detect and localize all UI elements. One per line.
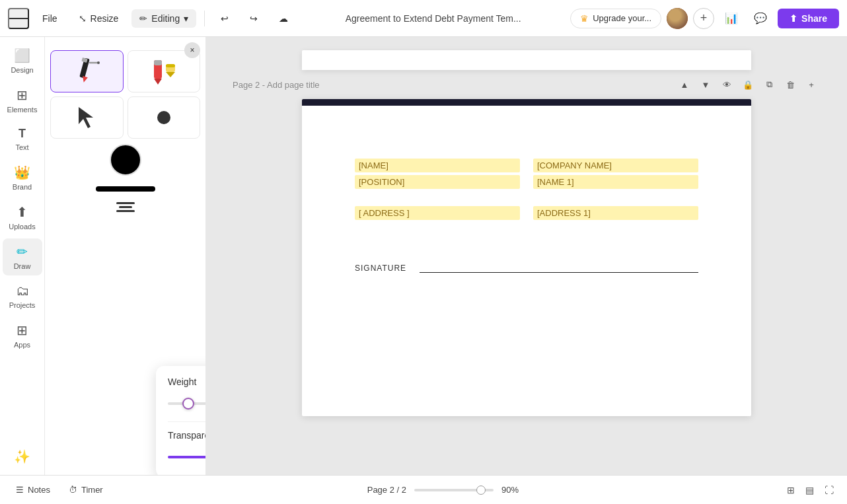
list-view-icon[interactable]: ▤ <box>803 482 817 498</box>
cloud-icon: ☁ <box>279 13 288 24</box>
editing-menu[interactable]: ✏ Editing ▾ <box>131 9 196 28</box>
sidebar-label-design: Design <box>11 66 33 74</box>
avatar[interactable] <box>667 8 688 29</box>
zoom-level: 90% <box>501 485 525 495</box>
pen-icon <box>70 55 103 88</box>
bottom-bar: ☰ Notes ⏱ Timer Page 2 / 2 90% ⊞ ▤ ⛶ <box>0 475 847 504</box>
add-collaborator-button[interactable]: + <box>693 8 714 29</box>
sidebar-item-draw[interactable]: ✏ Draw <box>3 238 42 275</box>
page-label: Page 2 - Add page title <box>233 80 320 90</box>
resize-menu[interactable]: ⤡ Resize <box>71 9 127 28</box>
sidebar-item-uploads[interactable]: ⬆ Uploads <box>3 199 42 236</box>
page-lock-icon[interactable]: 🔒 <box>739 75 757 94</box>
address-position-field[interactable]: [POSITION] <box>355 175 520 189</box>
svg-point-12 <box>157 111 170 124</box>
design-icon: ⬜ <box>14 48 30 63</box>
previous-page <box>302 50 751 70</box>
stats-icon[interactable]: 📊 <box>719 9 743 27</box>
address-company-field[interactable]: [COMPANY NAME] <box>533 159 698 172</box>
page-down-icon[interactable]: ▼ <box>696 75 715 94</box>
color-selector[interactable] <box>110 144 141 176</box>
cursor-tool[interactable] <box>50 96 124 139</box>
fullscreen-icon[interactable]: ⛶ <box>822 482 836 498</box>
elements-icon: ⊞ <box>17 87 28 103</box>
sidebar-label-apps: Apps <box>14 341 30 349</box>
upgrade-button[interactable]: ♛ Upgrade your... <box>570 9 661 28</box>
sidebar-item-magic[interactable]: ✨ <box>3 443 42 470</box>
resize-label: Resize <box>91 13 119 24</box>
document-page: [NAME] [POSITION] [ ADDRESS ] [COMPANY N… <box>302 99 751 416</box>
sidebar-label-draw: Draw <box>14 262 31 270</box>
toolbar: File ⤡ Resize ✏ Editing ▾ ↩ ↪ ☁ Agreemen… <box>0 0 847 37</box>
svg-rect-2 <box>82 57 88 63</box>
stroke-preview-row <box>50 186 200 192</box>
svg-marker-10 <box>166 72 175 77</box>
signature-row: SIGNATURE <box>355 260 698 273</box>
cursor-icon <box>73 104 100 131</box>
close-icon: × <box>190 46 194 55</box>
sidebar-item-design[interactable]: ⬜ Design <box>3 42 42 79</box>
zoom-thumb[interactable] <box>476 486 486 495</box>
timer-icon: ⏱ <box>69 485 77 495</box>
weight-slider-thumb[interactable] <box>182 398 194 410</box>
transparency-slider-track[interactable] <box>168 456 206 458</box>
signature-section: SIGNATURE <box>355 260 698 273</box>
eq-button[interactable] <box>50 202 200 212</box>
redo-icon: ↪ <box>250 13 258 24</box>
page-actions: ▲ ▼ 👁 🔒 ⧉ 🗑 + <box>675 75 821 94</box>
toolbar-right: ♛ Upgrade your... + 📊 💬 ⬆ Share <box>570 8 839 29</box>
zoom-slider[interactable] <box>414 489 494 491</box>
pen-tool[interactable] <box>50 50 124 92</box>
svg-rect-9 <box>166 64 175 67</box>
page-container: Page 2 - Add page title ▲ ▼ 👁 🔒 ⧉ 🗑 + <box>206 37 847 475</box>
sidebar-label-text: Text <box>15 143 28 151</box>
document-title: Agreement to Extend Debt Payment Tem... <box>301 13 565 24</box>
apps-icon: ⊞ <box>17 322 28 338</box>
file-menu[interactable]: File <box>34 9 65 28</box>
svg-marker-7 <box>154 79 162 85</box>
sidebar-item-brand[interactable]: 👑 Brand <box>3 159 42 196</box>
weight-transparency-popup: Weight 8 Transparency 100 <box>156 366 206 475</box>
share-label: Share <box>801 13 827 24</box>
notes-button[interactable]: ☰ Notes <box>11 482 55 497</box>
sidebar-item-text[interactable]: T Text <box>3 122 42 157</box>
sidebar-item-elements[interactable]: ⊞ Elements <box>3 82 42 119</box>
sidebar-item-apps[interactable]: ⊞ Apps <box>3 317 42 354</box>
weight-slider-track[interactable] <box>168 402 206 405</box>
address-address2-field[interactable]: [ADDRESS 1] <box>533 206 698 220</box>
address-name-field[interactable]: [NAME] <box>355 159 520 172</box>
signature-line <box>420 260 698 273</box>
sidebar-label-brand: Brand <box>13 183 32 191</box>
share-button[interactable]: ⬆ Share <box>778 9 839 28</box>
address-name2-field[interactable]: [NAME 1] <box>533 175 698 189</box>
page-up-icon[interactable]: ▲ <box>675 75 694 94</box>
uploads-icon: ⬆ <box>17 204 28 220</box>
timer-button[interactable]: ⏱ Timer <box>63 482 108 497</box>
bottom-left: ☰ Notes ⏱ Timer <box>11 482 108 497</box>
hamburger-menu[interactable] <box>8 8 29 29</box>
sidebar-label-uploads: Uploads <box>9 223 35 231</box>
notes-label: Notes <box>28 485 50 495</box>
page-top-strip <box>302 99 751 106</box>
svg-marker-11 <box>79 107 93 128</box>
page-indicator: Page 2 / 2 <box>367 485 406 495</box>
address-address-field[interactable]: [ ADDRESS ] <box>355 206 520 220</box>
page-delete-icon[interactable]: 🗑 <box>781 75 799 94</box>
avatar-image <box>667 8 688 29</box>
page-add-icon[interactable]: + <box>802 75 821 94</box>
comment-icon[interactable]: 💬 <box>749 9 772 27</box>
draw-panel: × <box>45 37 206 475</box>
close-draw-panel-button[interactable]: × <box>184 42 200 58</box>
cloud-button[interactable]: ☁ <box>271 9 296 28</box>
undo-button[interactable]: ↩ <box>213 9 237 28</box>
sidebar-item-projects[interactable]: 🗂 Projects <box>3 278 42 314</box>
page-copy-icon[interactable]: ⧉ <box>760 75 778 94</box>
dot-tool[interactable] <box>128 96 201 139</box>
resize-icon: ⤡ <box>79 13 87 24</box>
address-block-left: [NAME] [POSITION] [ ADDRESS ] <box>355 159 520 220</box>
redo-button[interactable]: ↪ <box>242 9 266 28</box>
weight-slider-row: 8 <box>168 394 206 414</box>
grid-view-icon[interactable]: ⊞ <box>784 482 797 498</box>
page-visibility-icon[interactable]: 👁 <box>718 75 736 94</box>
canvas-area[interactable]: Page 2 - Add page title ▲ ▼ 👁 🔒 ⧉ 🗑 + <box>206 37 847 475</box>
